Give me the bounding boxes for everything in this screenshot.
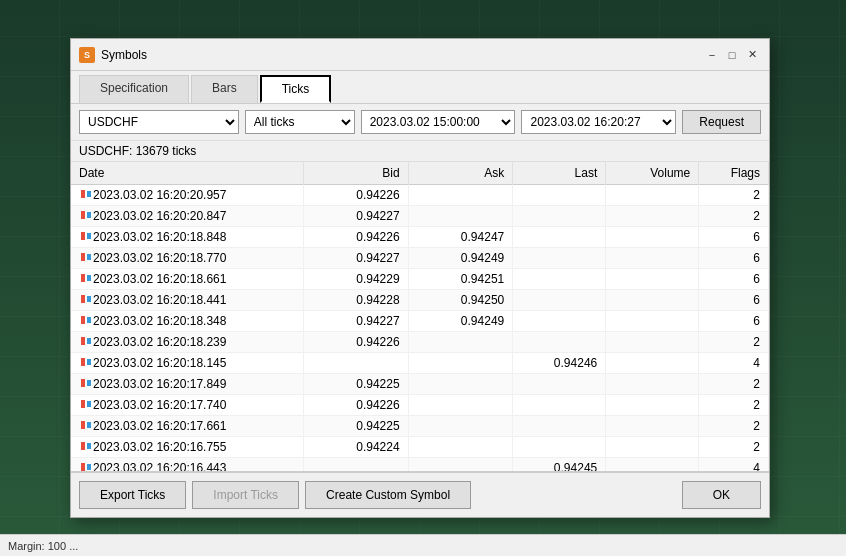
- table-row: 2023.03.02 16:20:16.4430.942454: [71, 458, 769, 473]
- row-icon: [79, 273, 93, 283]
- tab-specification[interactable]: Specification: [79, 75, 189, 103]
- table-row: 2023.03.02 16:20:18.3480.942270.942496: [71, 311, 769, 332]
- row-icon: [79, 357, 93, 367]
- table-row: 2023.03.02 16:20:16.7550.942242: [71, 437, 769, 458]
- row-icon: [79, 420, 93, 430]
- maximize-button[interactable]: □: [723, 46, 741, 64]
- row-icon: [79, 252, 93, 262]
- import-ticks-button[interactable]: Import Ticks: [192, 481, 299, 509]
- table-row: 2023.03.02 16:20:18.4410.942280.942506: [71, 290, 769, 311]
- ticks-table: Date Bid Ask Last Volume Flags 2023.03.0…: [71, 162, 769, 472]
- row-icon: [79, 210, 93, 220]
- col-bid: Bid: [304, 162, 409, 185]
- table-row: 2023.03.02 16:20:17.6610.942252: [71, 416, 769, 437]
- symbol-select[interactable]: USDCHF: [79, 110, 239, 134]
- col-last: Last: [513, 162, 606, 185]
- col-ask: Ask: [408, 162, 513, 185]
- table-row: 2023.03.02 16:20:18.2390.942262: [71, 332, 769, 353]
- table-row: 2023.03.02 16:20:18.6610.942290.942516: [71, 269, 769, 290]
- col-volume: Volume: [606, 162, 699, 185]
- create-custom-symbol-button[interactable]: Create Custom Symbol: [305, 481, 471, 509]
- table-row: 2023.03.02 16:20:17.8490.942252: [71, 374, 769, 395]
- col-flags: Flags: [699, 162, 769, 185]
- table-row: 2023.03.02 16:20:20.9570.942262: [71, 185, 769, 206]
- tab-ticks[interactable]: Ticks: [260, 75, 332, 103]
- row-icon: [79, 231, 93, 241]
- table-header-row: Date Bid Ask Last Volume Flags: [71, 162, 769, 185]
- row-icon: [79, 294, 93, 304]
- export-ticks-button[interactable]: Export Ticks: [79, 481, 186, 509]
- filter-row: USDCHF All ticks 2023.03.02 15:00:00 202…: [71, 104, 769, 141]
- row-icon: [79, 441, 93, 451]
- table-row: 2023.03.02 16:20:18.7700.942270.942496: [71, 248, 769, 269]
- dialog-icon: S: [79, 47, 95, 63]
- request-button[interactable]: Request: [682, 110, 761, 134]
- date-from-select[interactable]: 2023.03.02 15:00:00: [361, 110, 516, 134]
- row-icon: [79, 378, 93, 388]
- dialog-title: Symbols: [101, 48, 703, 62]
- row-icon: [79, 336, 93, 346]
- table-row: 2023.03.02 16:20:18.1450.942464: [71, 353, 769, 374]
- ok-button[interactable]: OK: [682, 481, 761, 509]
- ticks-table-container[interactable]: Date Bid Ask Last Volume Flags 2023.03.0…: [71, 162, 769, 472]
- tab-bar: Specification Bars Ticks: [71, 71, 769, 104]
- row-icon: [79, 462, 93, 472]
- col-date: Date: [71, 162, 304, 185]
- bottom-bar: Export Ticks Import Ticks Create Custom …: [71, 472, 769, 517]
- row-icon: [79, 189, 93, 199]
- table-row: 2023.03.02 16:20:18.8480.942260.942476: [71, 227, 769, 248]
- type-select[interactable]: All ticks: [245, 110, 355, 134]
- table-row: 2023.03.02 16:20:20.8470.942272: [71, 206, 769, 227]
- row-icon: [79, 399, 93, 409]
- title-bar: S Symbols − □ ✕: [71, 39, 769, 71]
- table-row: 2023.03.02 16:20:17.7400.942262: [71, 395, 769, 416]
- status-bar: Margin: 100 ...: [0, 534, 846, 556]
- info-row: USDCHF: 13679 ticks: [71, 141, 769, 162]
- tab-bars[interactable]: Bars: [191, 75, 258, 103]
- close-button[interactable]: ✕: [743, 46, 761, 64]
- table-body: 2023.03.02 16:20:20.9570.9422622023.03.0…: [71, 185, 769, 473]
- window-controls: − □ ✕: [703, 46, 761, 64]
- row-icon: [79, 315, 93, 325]
- date-to-select[interactable]: 2023.03.02 16:20:27: [521, 110, 676, 134]
- minimize-button[interactable]: −: [703, 46, 721, 64]
- symbols-dialog: S Symbols − □ ✕ Specification Bars Ticks…: [70, 38, 770, 518]
